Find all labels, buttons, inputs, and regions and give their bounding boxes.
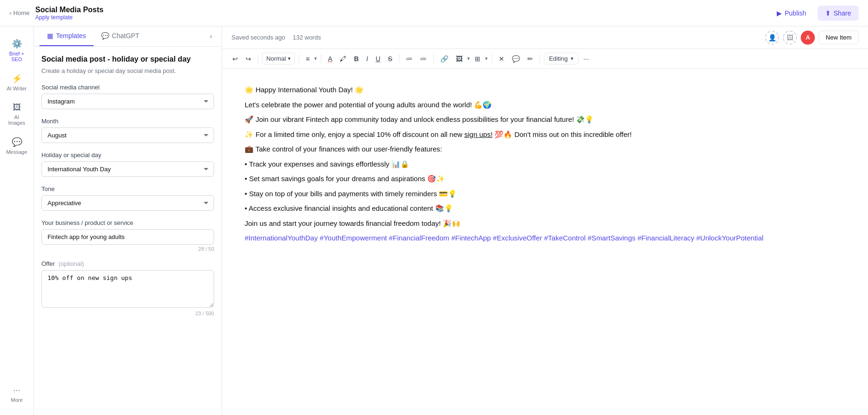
label-offer: Offer (optional) — [41, 260, 214, 267]
editor-area: Saved seconds ago 132 words 👤 🖼 A New It… — [222, 26, 868, 415]
topbar-left: ‹ Home Social Media Posts Apply template — [9, 6, 104, 21]
redo-button[interactable]: ↪ — [243, 53, 254, 64]
align-button[interactable]: ≡ — [303, 53, 312, 64]
field-tone: Tone Appreciative Professional Casual Hu… — [41, 185, 214, 211]
image-button[interactable]: 🖼 — [453, 53, 465, 64]
template-title: Social media post - holiday or special d… — [41, 54, 214, 64]
sidebar-label-ai-writer: AI Writer — [7, 86, 27, 91]
chatgpt-tab-label: ChatGPT — [112, 32, 139, 40]
content-bullet4: • Access exclusive financial insights an… — [245, 202, 845, 215]
ai-images-icon: 🖼 — [13, 103, 21, 112]
input-business[interactable] — [41, 229, 214, 245]
sidebar-item-brief-seo[interactable]: ⚙️ Brief + SEO — [2, 34, 32, 67]
separator-4 — [399, 54, 399, 64]
font-color-button[interactable]: A — [325, 53, 335, 64]
content-line3: 🚀 Join our vibrant Fintech app community… — [245, 113, 845, 126]
char-count-offer: 23 / 500 — [41, 311, 214, 316]
clear-format-button[interactable]: ✕ — [496, 53, 507, 64]
collapse-icon: ‹ — [206, 29, 216, 44]
align-chevron-icon[interactable]: ▾ — [314, 56, 317, 62]
label-month: Month — [41, 118, 214, 125]
editing-chevron-icon: ▾ — [571, 56, 573, 62]
field-business: Your business / product or service 28 / … — [41, 219, 214, 252]
apply-template-link[interactable]: Apply template — [35, 14, 104, 21]
sidebar-item-ai-writer[interactable]: ⚡ AI Writer — [2, 69, 32, 96]
select-social-channel[interactable]: Instagram Facebook Twitter LinkedIn TikT… — [41, 94, 214, 109]
template-desc: Create a holiday or special day social m… — [41, 67, 214, 74]
text-style-select[interactable]: Normal ▾ — [262, 53, 295, 64]
panel-scroll-area: Social media post - holiday or special d… — [34, 47, 222, 415]
editor-toolbar: ↩ ↪ Normal ▾ ≡ ▾ A 🖍 B I U S ≔ ≔ 🔗 🖼 ▾ ⊞ — [222, 49, 868, 69]
editor-topbar-right: 👤 🖼 A New Item — [765, 31, 859, 45]
share-label: Share — [834, 9, 851, 17]
content-bullet3: • Stay on top of your bills and payments… — [245, 188, 845, 200]
saved-status: Saved seconds ago — [231, 34, 285, 41]
topbar-right: ▶ Publish ⬆ Share — [770, 6, 859, 21]
field-social-channel: Social media channel Instagram Facebook … — [41, 84, 214, 109]
brief-seo-icon: ⚙️ — [12, 39, 22, 49]
content-line6: Join us and start your journey towards f… — [245, 217, 845, 230]
highlight-button[interactable]: 🖍 — [337, 53, 349, 64]
panel-tabs: ▦ Templates 💬 ChatGPT ‹ — [34, 26, 222, 47]
separator-5 — [433, 54, 434, 64]
italic-button[interactable]: I — [364, 53, 371, 64]
page-title: Social Media Posts — [35, 6, 104, 14]
separator-3 — [321, 54, 321, 64]
avatar-ghost-1: 👤 — [765, 31, 779, 45]
more-options-button[interactable]: ··· — [581, 53, 592, 64]
sidebar-item-ai-images[interactable]: 🖼 AI Images — [2, 98, 32, 130]
editor-meta: Saved seconds ago 132 words — [231, 34, 321, 41]
field-month: Month JanuaryFebruaryMarch AprilMayJune … — [41, 118, 214, 143]
sidebar-label-brief-seo: Brief + SEO — [6, 51, 28, 62]
editor-topbar: Saved seconds ago 132 words 👤 🖼 A New It… — [222, 26, 868, 49]
tab-chatgpt[interactable]: 💬 ChatGPT — [94, 26, 147, 46]
content-line2: Let's celebrate the power and potential … — [245, 99, 845, 111]
sidebar-item-more[interactable]: ··· More — [2, 381, 32, 407]
style-chevron-icon: ▾ — [288, 56, 291, 62]
editor-content[interactable]: 🌟 Happy International Youth Day! 🌟 Let's… — [222, 69, 868, 415]
sign-up-link[interactable]: sign ups! — [464, 130, 493, 138]
label-holiday: Holiday or special day — [41, 152, 214, 159]
publish-button[interactable]: ▶ Publish — [770, 6, 813, 21]
underline-button[interactable]: U — [373, 53, 383, 64]
sidebar-label-message: Message — [6, 149, 27, 155]
label-tone: Tone — [41, 185, 214, 192]
label-business: Your business / product or service — [41, 219, 214, 226]
sidebar-item-message[interactable]: 💬 Message — [2, 132, 32, 160]
link-button[interactable]: 🔗 — [438, 53, 451, 64]
content-hashtags: #InternationalYouthDay #YouthEmpowerment… — [245, 232, 845, 244]
main-layout: ⚙️ Brief + SEO ⚡ AI Writer 🖼 AI Images 💬… — [0, 26, 868, 415]
message-icon: 💬 — [12, 137, 22, 147]
new-item-button[interactable]: New Item — [819, 31, 859, 44]
table-chevron-icon[interactable]: ▾ — [485, 56, 488, 62]
field-offer: Offer (optional) 10% off on new sign ups… — [41, 260, 214, 316]
bold-button[interactable]: B — [351, 53, 361, 64]
edit-button[interactable]: ✏ — [525, 53, 536, 64]
editing-mode-selector[interactable]: Editing ▾ — [544, 53, 579, 64]
home-link[interactable]: ‹ Home — [9, 9, 30, 16]
share-button[interactable]: ⬆ Share — [818, 6, 859, 21]
undo-button[interactable]: ↩ — [230, 53, 241, 64]
chatgpt-tab-icon: 💬 — [101, 32, 109, 40]
more-icon: ··· — [13, 385, 20, 395]
sidebar-label-more: More — [11, 397, 23, 403]
select-month[interactable]: JanuaryFebruaryMarch AprilMayJune JulyAu… — [41, 128, 214, 143]
strikethrough-button[interactable]: S — [385, 53, 395, 64]
panel-collapse-btn[interactable]: ‹ — [206, 26, 216, 46]
bullet-list-button[interactable]: ≔ — [403, 53, 415, 64]
separator-6 — [492, 54, 492, 64]
table-button[interactable]: ⊞ — [472, 53, 483, 64]
tab-templates[interactable]: ▦ Templates — [40, 26, 94, 46]
icon-sidebar: ⚙️ Brief + SEO ⚡ AI Writer 🖼 AI Images 💬… — [0, 26, 34, 415]
share-icon: ⬆ — [825, 9, 831, 17]
image-chevron-icon[interactable]: ▾ — [467, 56, 470, 62]
comment-button[interactable]: 💬 — [509, 53, 523, 64]
separator-1 — [258, 54, 258, 64]
content-line5: 💼 Take control of your finances with our… — [245, 143, 845, 155]
topbar: ‹ Home Social Media Posts Apply template… — [0, 0, 868, 26]
content-line1: 🌟 Happy International Youth Day! 🌟 — [245, 84, 845, 96]
textarea-offer[interactable]: 10% off on new sign ups — [41, 270, 214, 308]
numbered-list-button[interactable]: ≔ — [417, 53, 430, 64]
select-tone[interactable]: Appreciative Professional Casual Humorou… — [41, 195, 214, 211]
select-holiday[interactable]: International Youth Day Christmas New Ye… — [41, 161, 214, 177]
